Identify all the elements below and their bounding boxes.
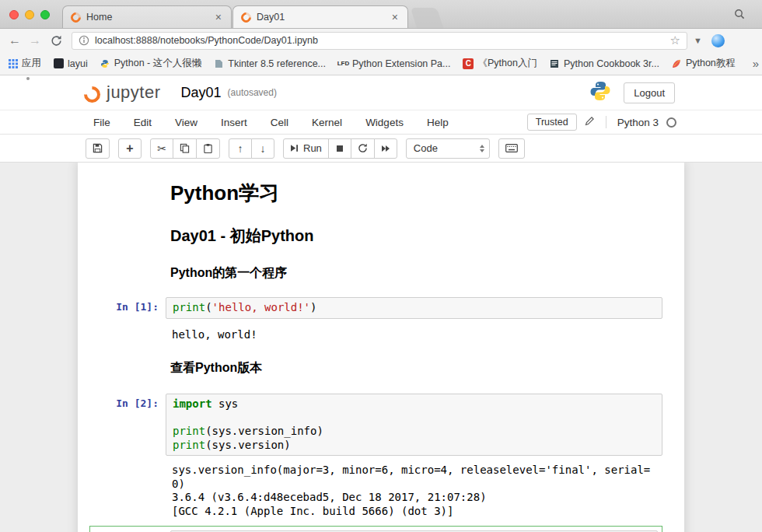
- code-token: import: [173, 397, 212, 410]
- code-input-1[interactable]: print('hello, world!'): [166, 297, 662, 319]
- markdown-cell-first-program[interactable]: Python的第一个程序: [89, 265, 662, 282]
- bookmarks-overflow-chevron[interactable]: »: [748, 57, 762, 70]
- code-line: print('hello, world!'): [173, 301, 655, 315]
- interrupt-kernel-button[interactable]: [328, 138, 351, 159]
- extension-globe-icon[interactable]: [711, 34, 725, 47]
- bookmark-star-icon[interactable]: ☆: [670, 33, 680, 47]
- code-token: ): [310, 301, 316, 313]
- notebook-container: Python学习 Day01 - 初始Python Python的第一个程序 I…: [78, 163, 684, 532]
- cell-type-value: Code: [414, 142, 480, 154]
- search-icon[interactable]: [734, 9, 745, 23]
- bookmark-label: Tkinter 8.5 reference...: [228, 58, 326, 69]
- autosave-status: (autosaved): [228, 87, 277, 99]
- bookmark-layui[interactable]: layui: [54, 58, 88, 69]
- python-logo-icon: [589, 80, 611, 105]
- jupyter-brand-text: jupyter: [107, 82, 161, 103]
- move-cell-up-button[interactable]: ↑: [229, 138, 252, 159]
- bookmark-label: Python教程: [686, 57, 736, 70]
- new-tab-button[interactable]: [411, 8, 443, 28]
- move-cell-down-button[interactable]: ↓: [251, 138, 274, 159]
- cut-cell-button[interactable]: ✂: [150, 138, 173, 159]
- jupyter-header: jupyter Day01 (autosaved) Logout: [0, 75, 762, 110]
- code-token: (: [205, 301, 211, 313]
- tab-day01-label: Day01: [257, 12, 390, 23]
- code-line: import sys: [173, 397, 655, 411]
- add-cell-button[interactable]: +: [118, 138, 142, 159]
- code-line-blank: [173, 411, 655, 425]
- minimize-window-button[interactable]: [25, 10, 34, 19]
- notebook-scroll-area[interactable]: Python学习 Day01 - 初始Python Python的第一个程序 I…: [0, 163, 762, 532]
- markdown-cell-title[interactable]: Python学习: [89, 180, 662, 207]
- zoom-window-button[interactable]: [40, 10, 50, 19]
- bookmark-lfd[interactable]: LFD Python Extension Pa...: [338, 58, 450, 69]
- url-text: localhost:8888/notebooks/PythonCode/Day0…: [95, 35, 666, 46]
- jupyter-logo[interactable]: jupyter: [84, 82, 161, 103]
- jupyter-toolbar: + ✂ ↑ ↓ Run: [0, 135, 762, 163]
- restart-run-all-button[interactable]: [374, 138, 397, 159]
- paste-cell-button[interactable]: [196, 138, 220, 159]
- cell-type-dropdown[interactable]: Code: [406, 138, 490, 159]
- lfd-text-icon: LFD: [338, 58, 348, 68]
- code-token: print: [173, 439, 205, 451]
- downloads-triangle-icon[interactable]: ▼: [694, 36, 702, 45]
- tab-close-icon[interactable]: ×: [214, 11, 223, 23]
- menu-file[interactable]: File: [93, 117, 110, 128]
- divider: [606, 116, 606, 128]
- tab-home[interactable]: Home ×: [62, 5, 232, 28]
- bookmark-label: layui: [68, 58, 88, 69]
- notebook-title[interactable]: Day01: [181, 85, 222, 101]
- code-token: 'hello, world!': [212, 301, 310, 313]
- close-window-button[interactable]: [9, 10, 19, 19]
- back-button[interactable]: ←: [5, 30, 25, 51]
- run-button[interactable]: Run: [283, 138, 329, 159]
- heading-first-program: Python的第一个程序: [170, 265, 662, 282]
- code-line: print(sys.version): [173, 439, 655, 453]
- code-line: print(sys.version_info): [173, 425, 655, 439]
- jupyter-logo-moon-icon: [26, 77, 30, 80]
- output-line: hello, world!: [172, 328, 662, 342]
- bookmarks-bar: 应用 layui Python - 这个人很懒 Tkinter 8.5 refe…: [0, 52, 762, 75]
- code-token: sys: [212, 397, 239, 410]
- bookmark-python-tutorial[interactable]: Python教程: [672, 57, 736, 70]
- code-input-2[interactable]: import sys print(sys.version_info) print…: [166, 394, 662, 456]
- markdown-cell-version[interactable]: 查看Python版本: [89, 360, 662, 376]
- menu-help[interactable]: Help: [427, 117, 449, 128]
- menu-kernel[interactable]: Kernel: [312, 117, 342, 128]
- menu-cell[interactable]: Cell: [271, 117, 288, 128]
- python-favicon-icon: [100, 58, 110, 68]
- save-button[interactable]: [86, 138, 110, 159]
- jupyter-logo-icon: [81, 83, 104, 107]
- code-cell-2[interactable]: In [2]: import sys print(sys.version_inf…: [89, 394, 662, 518]
- url-bar[interactable]: localhost:8888/notebooks/PythonCode/Day0…: [72, 32, 687, 50]
- logout-button[interactable]: Logout: [624, 82, 675, 103]
- tab-day01[interactable]: Day01 ×: [232, 5, 408, 28]
- copy-cell-button[interactable]: [173, 138, 197, 159]
- code-cell-3-selected[interactable]: In [ ]:: [89, 526, 662, 532]
- code-token: print: [173, 301, 205, 313]
- dropdown-stepper-icon: [480, 145, 484, 152]
- markdown-cell-day01[interactable]: Day01 - 初始Python: [89, 226, 662, 247]
- menu-widgets[interactable]: Widgets: [365, 117, 404, 128]
- restart-kernel-button[interactable]: [351, 138, 375, 159]
- page-info-icon[interactable]: [79, 35, 89, 46]
- code-cell-1[interactable]: In [1]: print('hello, world!') hello, wo…: [89, 297, 662, 341]
- forward-button[interactable]: →: [25, 30, 45, 51]
- command-palette-button[interactable]: [498, 138, 525, 159]
- addr-right-controls: ▼: [694, 34, 725, 47]
- heading-day01: Day01 - 初始Python: [170, 226, 662, 247]
- menu-insert[interactable]: Insert: [221, 117, 247, 128]
- heading-version: 查看Python版本: [170, 360, 662, 376]
- menu-view[interactable]: View: [175, 117, 197, 128]
- csdn-c-icon: C: [463, 58, 474, 69]
- bookmark-apps[interactable]: 应用: [8, 57, 41, 70]
- bookmark-cookbook[interactable]: Python Cookbook 3r...: [550, 58, 659, 69]
- menu-edit[interactable]: Edit: [134, 117, 152, 128]
- tab-close-icon[interactable]: ×: [390, 11, 400, 23]
- bookmark-csdn[interactable]: C 《Python入门: [463, 57, 537, 70]
- bookmark-tkinter[interactable]: Tkinter 8.5 reference...: [214, 58, 326, 69]
- menubar-right: Trusted Python 3: [527, 114, 676, 131]
- refresh-button[interactable]: [47, 35, 65, 47]
- trusted-button[interactable]: Trusted: [527, 114, 577, 131]
- cell-1-output: hello, world!: [166, 328, 662, 342]
- bookmark-python-blog[interactable]: Python - 这个人很懒: [100, 57, 202, 70]
